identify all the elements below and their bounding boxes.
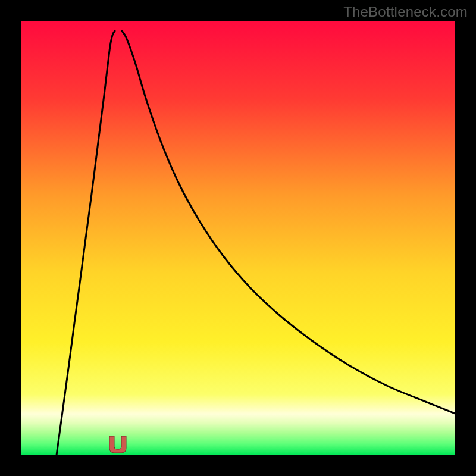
watermark-text: TheBottleneck.com [343,4,468,20]
chart-frame: TheBottleneck.com [0,0,476,476]
chart-svg [21,21,455,455]
plot-area [21,21,455,455]
